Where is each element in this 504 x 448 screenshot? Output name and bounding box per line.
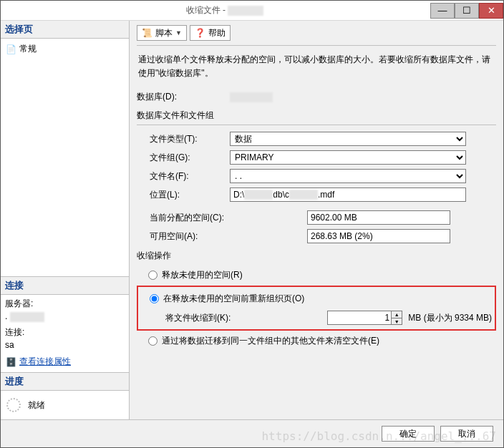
- radio-empty-file[interactable]: [148, 336, 158, 346]
- filetype-label: 文件类型(T):: [150, 133, 230, 145]
- script-button[interactable]: 📜 脚本 ▼: [137, 25, 187, 41]
- shrink-to-label: 将文件收缩到(K):: [165, 312, 231, 324]
- footer: 确定 取消: [1, 419, 503, 447]
- sidebar-item-general[interactable]: 📄 常规: [5, 42, 125, 57]
- radio-release-unused[interactable]: [148, 271, 158, 280]
- allocated-label: 当前分配的空间(C):: [150, 212, 307, 224]
- progress-status: 就绪: [28, 399, 45, 412]
- location-label: 位置(L):: [150, 189, 230, 201]
- sidebar-item-label: 常规: [19, 43, 37, 55]
- toolbar: 📜 脚本 ▼ ❓ 帮助: [137, 25, 496, 41]
- sidebar-header-progress: 进度: [1, 373, 129, 391]
- help-icon: ❓: [195, 28, 205, 38]
- spinner-up-icon[interactable]: ▲: [392, 311, 402, 318]
- radio-release-unused-label: 释放未使用的空间(R): [162, 269, 243, 281]
- close-button[interactable]: ✕: [479, 3, 503, 19]
- shrink-to-spinner[interactable]: ▲ ▼: [392, 311, 402, 325]
- chevron-down-icon: ▼: [175, 29, 182, 36]
- script-icon: 📜: [142, 28, 152, 38]
- dialog-window: 收缩文件 - — ☐ ✕ 选择页 📄 常规 连接: [0, 0, 504, 448]
- page-icon: 📄: [5, 44, 16, 55]
- radio-reorganize-pages-label: 在释放未使用的空间前重新组织页(O): [163, 293, 304, 305]
- window-title: 收缩文件 -: [19, 4, 430, 16]
- connection-value: sa: [5, 339, 125, 354]
- database-value: [230, 92, 273, 102]
- database-label: 数据库(D):: [137, 91, 230, 103]
- available-label: 可用空间(A):: [150, 230, 307, 243]
- filename-select[interactable]: . .: [230, 169, 466, 183]
- help-button[interactable]: ❓ 帮助: [190, 25, 231, 41]
- radio-reorganize-pages[interactable]: [150, 294, 159, 303]
- shrink-to-suffix: MB (最小为 9334 MB): [408, 312, 492, 324]
- view-connection-properties-link[interactable]: 查看连接属性: [19, 356, 71, 368]
- filegroup-label: 文件组(G):: [150, 152, 230, 164]
- progress-spinner-icon: [6, 398, 21, 412]
- cancel-button[interactable]: 取消: [440, 426, 493, 442]
- allocated-value: 9602.00 MB: [307, 210, 450, 225]
- titlebar: 收缩文件 - — ☐ ✕: [1, 1, 503, 21]
- radio-empty-file-label: 通过将数据迁移到同一文件组中的其他文件来清空文件(E): [162, 335, 379, 347]
- sidebar: 选择页 📄 常规 连接 服务器: . 连接: sa: [1, 21, 130, 419]
- sidebar-header-selectpage: 选择页: [1, 21, 129, 39]
- highlighted-option: 在释放未使用的空间前重新组织页(O) 将文件收缩到(K): ▲ ▼ MB (最小…: [137, 286, 496, 331]
- minimize-button[interactable]: —: [430, 3, 455, 19]
- filetype-select[interactable]: 数据: [230, 132, 466, 146]
- sidebar-header-connection: 连接: [1, 277, 129, 295]
- server-value: .: [5, 311, 10, 321]
- shrink-to-input[interactable]: [327, 311, 392, 325]
- group-title-filegroup: 数据库文件和文件组: [137, 105, 496, 123]
- divider: [137, 125, 496, 125]
- connection-label: 连接:: [5, 326, 125, 339]
- filegroup-select[interactable]: PRIMARY: [230, 150, 466, 165]
- available-value: 268.63 MB (2%): [307, 229, 450, 243]
- ok-button[interactable]: 确定: [382, 426, 435, 442]
- location-input[interactable]: D:\db\c.mdf: [230, 188, 466, 202]
- properties-icon: 🗄️: [5, 356, 16, 368]
- filename-label: 文件名(F):: [150, 170, 230, 182]
- description-text: 通过收缩单个文件释放未分配的空间，可以减小数据库的大小。若要收缩所有数据库文件，…: [137, 45, 496, 89]
- content-panel: 📜 脚本 ▼ ❓ 帮助 通过收缩单个文件释放未分配的空间，可以减小数据库的大小。…: [130, 21, 503, 419]
- spinner-down-icon[interactable]: ▼: [392, 318, 402, 325]
- shrink-action-title: 收缩操作: [137, 245, 496, 266]
- maximize-button[interactable]: ☐: [455, 3, 479, 19]
- server-label: 服务器:: [5, 298, 125, 310]
